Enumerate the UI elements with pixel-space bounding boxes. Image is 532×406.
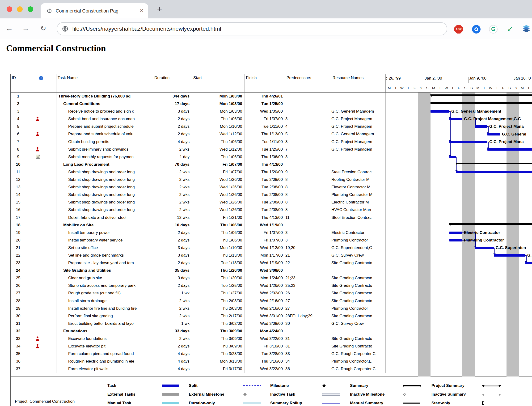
legend-label-task: Task: [108, 383, 116, 388]
task-name: Site Grading and Utilities: [56, 267, 153, 274]
task-resources: G.C. Survey Crew: [331, 252, 386, 259]
task-finish: Wed 2/16/00: [245, 305, 285, 312]
task-name: General Conditions: [56, 100, 153, 108]
reload-icon[interactable]: ↻: [38, 18, 49, 39]
task-id: 18: [11, 221, 26, 229]
minimize-window-button[interactable]: [17, 6, 23, 12]
task-predecessors: 21;23: [285, 274, 331, 282]
legend-label-milestone: Milestone: [270, 383, 289, 388]
task-name: Perform final site grading: [56, 312, 153, 320]
task-indicator: [26, 123, 56, 130]
task-duration: 4 days: [153, 350, 192, 358]
task-duration: 70 days: [153, 161, 192, 168]
adblock-extension-icon[interactable]: ABP: [454, 25, 463, 34]
task-name: Install exterior fire line and building …: [56, 305, 153, 312]
legend-sample-external-milestone: [243, 391, 262, 398]
task-finish: Fri 3/10/00: [245, 342, 285, 350]
task-indicator: [26, 146, 56, 153]
task-predecessors: 21: [285, 252, 331, 259]
tab-title: Commercial Construction Pag: [56, 3, 134, 18]
dependency-link: [526, 255, 527, 261]
svg-text:i: i: [41, 76, 42, 80]
task-start: Mon 1/03/00: [192, 100, 245, 108]
task-id: 37: [11, 365, 26, 373]
task-predecessors: 27: [285, 297, 331, 305]
day-letter: T: [494, 85, 500, 91]
task-start: Thu 3/02/00: [192, 320, 245, 327]
legend-sample-duration-only: [243, 400, 262, 406]
browser-tab[interactable]: Commercial Construction Pag ×: [41, 3, 148, 18]
table-row: 11Submit shop drawings and order long2 w…: [11, 168, 386, 176]
task-resources: G.C. Rough Carpenter C: [331, 350, 386, 358]
task-start: Thu 3/23/00: [192, 350, 245, 358]
day-letter: M: [475, 85, 481, 91]
task-name: Submit shop drawings and order long: [56, 183, 153, 191]
task-finish: Fri 1/07/00: [245, 237, 285, 244]
table-row: 20Install temporary water service2 daysT…: [11, 237, 386, 244]
task-finish: Thu 1/06/00: [245, 153, 285, 161]
task-indicator: [26, 206, 56, 214]
dependency-link: [488, 142, 489, 147]
task-name: Install temporary power: [56, 229, 153, 237]
table-row: 9Submit monthly requests for paymen1 day…: [11, 153, 386, 161]
task-indicator: [26, 138, 56, 146]
task-name: Submit preliminary shop drawings: [56, 146, 153, 153]
task-duration: 1 wk: [153, 320, 192, 327]
task-predecessors: [285, 93, 331, 100]
zoom-window-button[interactable]: [28, 6, 33, 12]
new-tab-button[interactable]: +: [153, 3, 166, 15]
task-indicator: [26, 305, 56, 312]
table-row: 24Site Grading and Utilities35 daysThu 1…: [11, 267, 386, 274]
task-id: 21: [11, 244, 26, 252]
task-indicator: [26, 130, 56, 138]
task-id: 4: [11, 115, 26, 123]
task-predecessors: 3: [285, 237, 331, 244]
gantt-bar-label: Plumbing Contractor: [464, 238, 504, 243]
task-indicator: [26, 327, 56, 335]
task-resources: Plumbing Contractor M: [331, 191, 386, 198]
task-indicator: [26, 198, 56, 206]
task-id: 15: [11, 198, 26, 206]
task-id: 33: [11, 335, 26, 342]
back-icon[interactable]: ←: [4, 18, 15, 39]
layers-extension-icon[interactable]: [522, 25, 531, 34]
table-row: 18Mobilize on Site10 daysThu 1/06/00Wed …: [11, 221, 386, 229]
forward-icon[interactable]: →: [20, 18, 31, 39]
week-label: Jan 16, '0: [513, 76, 531, 81]
task-predecessors: 3: [285, 138, 331, 146]
grammarly-extension-icon[interactable]: G: [489, 25, 497, 34]
legend-sample-milestone: [322, 382, 342, 389]
task-id: 9: [11, 153, 26, 161]
tab-close-icon[interactable]: ×: [140, 3, 144, 17]
gantt-bar-task: [449, 118, 462, 120]
url-bar[interactable]: file:///Users/nayyershahbaz/Documents/ne…: [57, 22, 447, 36]
close-window-button[interactable]: [7, 6, 12, 12]
task-id: 17: [11, 214, 26, 221]
task-indicator: [26, 153, 56, 161]
task-start: Thu 1/20/00: [192, 267, 245, 274]
summary-start-marker: [430, 94, 433, 98]
task-duration: 2 wks: [153, 191, 192, 198]
task-finish: Wed 3/22/00: [245, 365, 285, 373]
overallocated-person-icon: [36, 132, 39, 136]
task-start: Wed 1/26/00: [192, 206, 245, 214]
task-resources: Electric Contractor M: [331, 198, 386, 206]
link-checker-extension-icon[interactable]: ✓: [506, 25, 514, 34]
task-finish: Wed 3/01/00: [245, 312, 285, 320]
table-row: 19Install temporary power2 daysThu 1/06/…: [11, 229, 386, 237]
task-start: Mon 1/10/00: [192, 123, 245, 130]
task-predecessors: 9: [285, 168, 331, 176]
task-name: Rough grade site (cut and fill): [56, 289, 153, 297]
task-finish: Wed 3/22/00: [245, 335, 285, 342]
task-finish: Wed 2/02/00: [245, 289, 285, 297]
task-finish: Tue 2/08/00: [245, 176, 285, 183]
task-finish: Tue 3/28/00: [245, 350, 285, 358]
day-letter: S: [506, 85, 513, 91]
task-id: 3: [11, 108, 26, 115]
task-start: Tue 1/18/00: [192, 259, 245, 267]
task-indicator: [26, 350, 56, 358]
task-name: Submit shop drawings and order long: [56, 198, 153, 206]
task-duration: 2 days: [153, 237, 192, 244]
gantt-bar-task: [475, 125, 487, 128]
blue-app-extension-icon[interactable]: [472, 25, 481, 34]
